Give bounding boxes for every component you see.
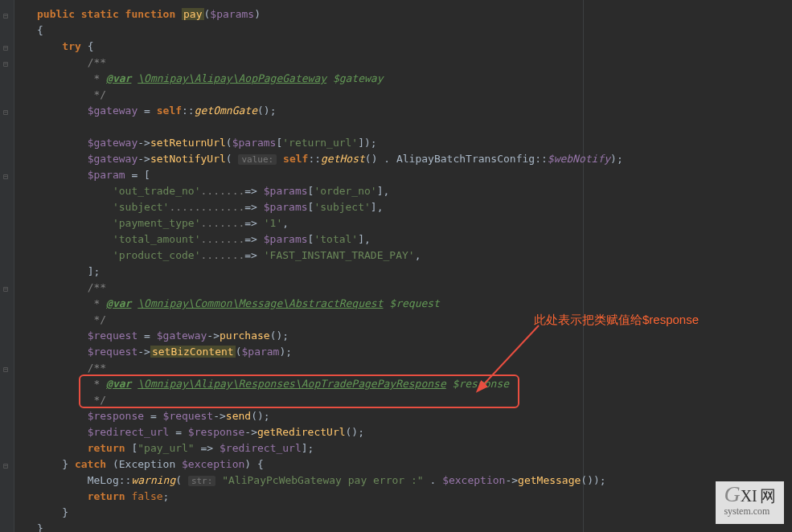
- code-line: $request = $gateway->purchase();: [37, 328, 792, 344]
- fold-icon[interactable]: ⊟: [3, 458, 11, 466]
- code-line: {: [37, 23, 792, 39]
- fold-icon[interactable]: ⊟: [3, 104, 11, 113]
- code-line: * @var \Omnipay\Alipay\Responses\AopTrad…: [37, 376, 792, 392]
- code-line: $response = $request->send();: [37, 408, 792, 424]
- code-line: 'subject'............=> $params['subject…: [37, 199, 792, 215]
- code-line: 'out_trade_no'.......=> $params['order_n…: [37, 183, 792, 199]
- fold-icon[interactable]: ⊟: [3, 281, 11, 289]
- code-line: * @var \Omnipay\Alipay\AopPageGateway $g…: [37, 71, 792, 87]
- code-line: $redirect_url = $response->getRedirectUr…: [37, 424, 792, 440]
- code-line: try {: [37, 39, 792, 55]
- code-line: /**: [37, 55, 792, 71]
- code-line: 'total_amount'.......=> $params['total']…: [37, 231, 792, 248]
- fold-icon[interactable]: ⊟: [3, 362, 11, 370]
- watermark: GXI 网 system.com: [716, 481, 784, 524]
- fold-icon[interactable]: ⊟: [3, 8, 11, 16]
- code-line: public static function pay($params): [37, 6, 792, 23]
- code-editor[interactable]: public static function pay($params) { tr…: [14, 0, 792, 532]
- code-line: 'payment_type'.......=> '1',: [37, 215, 792, 231]
- fold-icon[interactable]: ⊟: [3, 56, 11, 64]
- fold-icon[interactable]: ⊟: [3, 169, 11, 177]
- code-line: $param = [: [37, 167, 792, 183]
- code-line: 'product_code'.......=> 'FAST_INSTANT_TR…: [37, 248, 792, 264]
- code-line: }: [37, 505, 792, 521]
- code-line: $gateway->setReturnUrl($params['return_u…: [37, 135, 792, 151]
- gutter: ⊟ ⊟ ⊟ ⊟ ⊟ ⊟ ⊟ ⊟: [0, 0, 14, 532]
- code-line: $request->setBizContent($param);: [37, 344, 792, 360]
- annotation-text: 此处表示把类赋值给$response: [534, 312, 699, 328]
- code-line: MeLog::warning( str: "AliPayPcWebGateway…: [37, 473, 792, 489]
- code-line: * @var \Omnipay\Common\Message\AbstractR…: [37, 296, 792, 312]
- code-line: */: [37, 392, 792, 408]
- code-line: [37, 119, 792, 135]
- code-line: $gateway->setNotifyUrl( value: self::get…: [37, 151, 792, 167]
- code-line: /**: [37, 280, 792, 296]
- code-line: /**: [37, 360, 792, 376]
- code-line: $gateway = self::getOmnGate();: [37, 103, 792, 119]
- code-line: return ["pay_url" => $redirect_url];: [37, 440, 792, 456]
- code-line: return false;: [37, 489, 792, 505]
- code-line: }: [37, 521, 792, 532]
- fold-icon[interactable]: ⊟: [3, 40, 11, 48]
- code-line: ];: [37, 264, 792, 280]
- code-line: } catch (Exception $exception) {: [37, 456, 792, 473]
- code-line: */: [37, 87, 792, 103]
